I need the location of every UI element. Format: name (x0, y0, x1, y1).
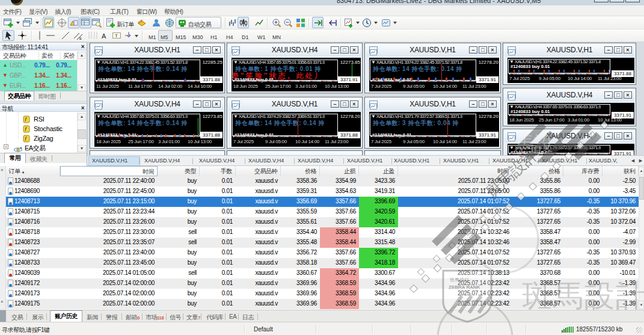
svg-text:E: E (79, 37, 82, 40)
svg-text:T: T (115, 33, 118, 38)
